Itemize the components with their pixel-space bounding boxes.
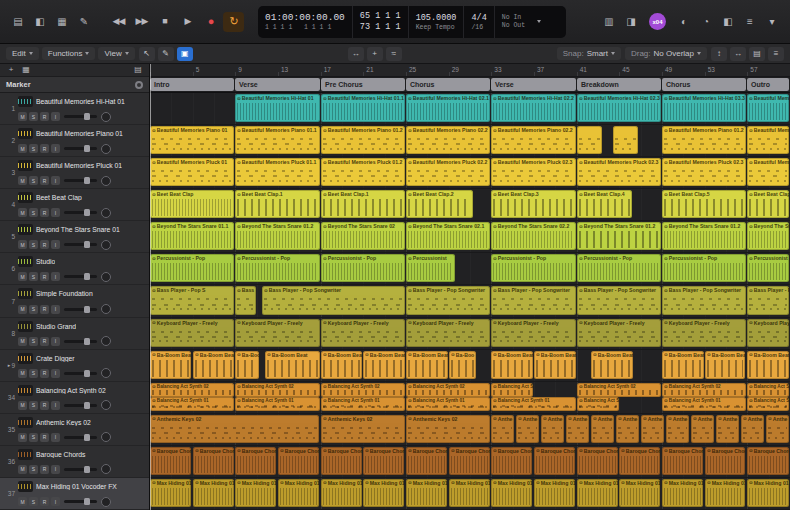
region[interactable]: ⊙Beet Beat Clap.3 — [491, 190, 576, 218]
volume-slider[interactable] — [64, 340, 97, 343]
region[interactable]: ⊙Ba-Boom Beat — [591, 351, 633, 379]
region[interactable]: ⊙Baroque Chords — [662, 447, 703, 475]
marker-region[interactable]: Breakdown — [577, 78, 661, 91]
track-header[interactable]: 4Beet Beat ClapMSRI — [0, 189, 149, 221]
volume-slider-thumb[interactable] — [84, 370, 90, 377]
volume-slider[interactable] — [64, 500, 97, 503]
region[interactable]: ⊙Bass Player - Pop Songwriter — [406, 286, 490, 314]
pan-knob[interactable] — [101, 176, 111, 186]
volume-slider-thumb[interactable] — [84, 273, 90, 280]
region[interactable]: ⊙Max Hiding 01 V — [577, 479, 618, 507]
region[interactable]: ⊙Percussionist - Pop — [747, 254, 789, 282]
region[interactable]: ⊙Keyboard Player - Freely — [577, 319, 661, 347]
input-monitor-button[interactable]: I — [51, 369, 60, 378]
region[interactable]: ⊙Anthe — [566, 415, 589, 443]
track-header[interactable]: 34Balancing Act Synth 02MSRI — [0, 382, 149, 414]
pan-knob[interactable] — [101, 112, 111, 122]
output-meter-icon[interactable]: ◨ — [621, 12, 641, 32]
pencil-tool-button[interactable]: ✎ — [158, 47, 174, 61]
cycle-button[interactable]: ↻ — [223, 12, 244, 32]
mute-button[interactable]: M — [18, 401, 27, 410]
region[interactable]: ⊙Anthemic Keys 02 — [150, 415, 319, 443]
region[interactable]: ⊙Max Hiding 01 V — [619, 479, 660, 507]
region[interactable]: ⊙Ba-Boom Beat — [363, 351, 405, 379]
solo-button[interactable]: S — [29, 337, 38, 346]
region[interactable]: ⊙Beyond The Stars Snare 02.1 — [406, 222, 490, 250]
region[interactable]: ⊙Baroque Chords — [321, 447, 362, 475]
marker-region[interactable]: Verse — [235, 78, 320, 91]
region[interactable]: ⊙Beautiful Memories Hi-Hat 02.1 — [406, 94, 490, 122]
region[interactable]: ⊙Bass Player - Pop — [747, 286, 789, 314]
region[interactable]: ⊙Max Hiding 01 V — [363, 479, 404, 507]
region[interactable]: ⊙Beautiful Memories Hi-Hat 02.3 — [577, 94, 661, 122]
region[interactable]: ⊙Beautiful Memories Pluck 01 — [150, 158, 234, 186]
track-header-config-icon[interactable]: ▤ — [132, 65, 144, 76]
region[interactable]: ⊙Anthe — [591, 415, 614, 443]
track-header[interactable]: 1Beautiful Memories Hi-Hat 01MSRI — [0, 93, 149, 125]
region[interactable]: ⊙Balancing Act Synth 02 — [321, 383, 405, 398]
input-monitor-button[interactable]: I — [51, 208, 60, 217]
region[interactable]: ⊙Beautiful Memories Hi-Hat 01.1 — [321, 94, 405, 122]
marker-region[interactable]: Verse — [491, 78, 576, 91]
pan-knob[interactable] — [101, 400, 111, 410]
region[interactable]: ⊙Beautiful Memories Hi-Hat 01.2 — [747, 94, 789, 122]
toolbar-overflow-icon[interactable]: ▾ — [762, 12, 782, 32]
region[interactable]: ⊙Anthe — [766, 415, 789, 443]
region[interactable]: ⊙Max Hiding 01 V — [449, 479, 490, 507]
region[interactable]: ⊙Anthe — [641, 415, 664, 443]
region[interactable]: ⊙Beautiful Memories Piano 01.2 — [747, 126, 789, 154]
region[interactable]: ⊙Ba-Boom Beat — [534, 351, 576, 379]
region[interactable]: ⊙Beautiful Memories Pluck 02.3 — [662, 158, 746, 186]
region[interactable]: ⊙Ba-Boom Beat — [491, 351, 533, 379]
region[interactable]: ⊙Beautiful Memories Piano 01.2 — [662, 126, 746, 154]
record-enable-button[interactable]: R — [40, 112, 49, 121]
marker-region[interactable]: Chorus — [406, 78, 490, 91]
mixer-icon[interactable]: ▦ — [52, 12, 72, 32]
region[interactable]: ⊙Keyboard Player - Freely — [662, 319, 746, 347]
mute-button[interactable]: M — [18, 337, 27, 346]
pan-knob[interactable] — [101, 240, 111, 250]
bar-ruler[interactable]: 59131721252933374145495357 — [150, 64, 790, 77]
region[interactable]: ⊙Baroque Chords — [235, 447, 276, 475]
disclosure-triangle-icon[interactable]: ▸ — [8, 362, 11, 368]
solo-button[interactable]: S — [29, 433, 38, 442]
solo-button[interactable]: S — [29, 208, 38, 217]
record-enable-button[interactable]: R — [40, 240, 49, 249]
play-button[interactable]: ▶ — [177, 12, 198, 32]
region[interactable]: ⊙Baroque Chords — [577, 447, 618, 475]
volume-slider[interactable] — [64, 275, 97, 278]
mute-button[interactable]: M — [18, 497, 27, 506]
region[interactable]: ⊙Keyboard Player - Freely — [321, 319, 405, 347]
region[interactable]: ⊙Baroque Chords — [278, 447, 319, 475]
region[interactable]: ⊙Balancing Act Synth 01 — [235, 397, 320, 411]
input-monitor-button[interactable]: I — [51, 176, 60, 185]
region[interactable]: ⊙Ba-Boom Beat — [321, 351, 362, 379]
region[interactable]: ⊙Baroque Chords — [449, 447, 490, 475]
pan-knob[interactable] — [101, 368, 111, 378]
region[interactable]: ⊙Ba-Boom Beat — [265, 351, 320, 379]
mute-button[interactable]: M — [18, 305, 27, 314]
region[interactable]: ⊙Beyond The Stars Snare 02.2 — [491, 222, 576, 250]
region[interactable]: ⊙Anthe — [516, 415, 539, 443]
region[interactable]: ⊙Beautiful Memories Piano 01 — [150, 126, 234, 154]
tools-icon[interactable]: ✎ — [74, 12, 94, 32]
add-track-button[interactable]: + — [5, 65, 17, 76]
region[interactable]: ⊙Anthemic Keys 02 — [321, 415, 405, 443]
region[interactable]: ⊙Baroque Chords — [150, 447, 191, 475]
region[interactable]: ⊙Beyond The Stars Snare 01.2 — [577, 222, 661, 250]
track-header[interactable]: 35Anthemic Keys 02MSRI — [0, 414, 149, 446]
region[interactable]: ⊙Beyond The Stars Snare 02 — [321, 222, 405, 250]
region[interactable]: ⊙Beet Beat Clap.4 — [577, 190, 632, 218]
stop-button[interactable]: ■ — [154, 12, 175, 32]
drag-dropdown[interactable]: Drag: No Overlap — [625, 47, 707, 60]
solo-button[interactable]: S — [29, 112, 38, 121]
track-header[interactable]: 5Beyond The Stars Snare 01MSRI — [0, 221, 149, 253]
region[interactable]: ⊙Beautiful Memories Hi-Hat 01 — [235, 94, 320, 122]
mute-button[interactable]: M — [18, 176, 27, 185]
menu-edit[interactable]: Edit — [6, 47, 39, 60]
pan-knob[interactable] — [101, 272, 111, 282]
mute-button[interactable]: M — [18, 272, 27, 281]
input-monitor-button[interactable]: I — [51, 497, 60, 506]
pan-knob[interactable] — [101, 144, 111, 154]
volume-slider[interactable] — [64, 468, 97, 471]
